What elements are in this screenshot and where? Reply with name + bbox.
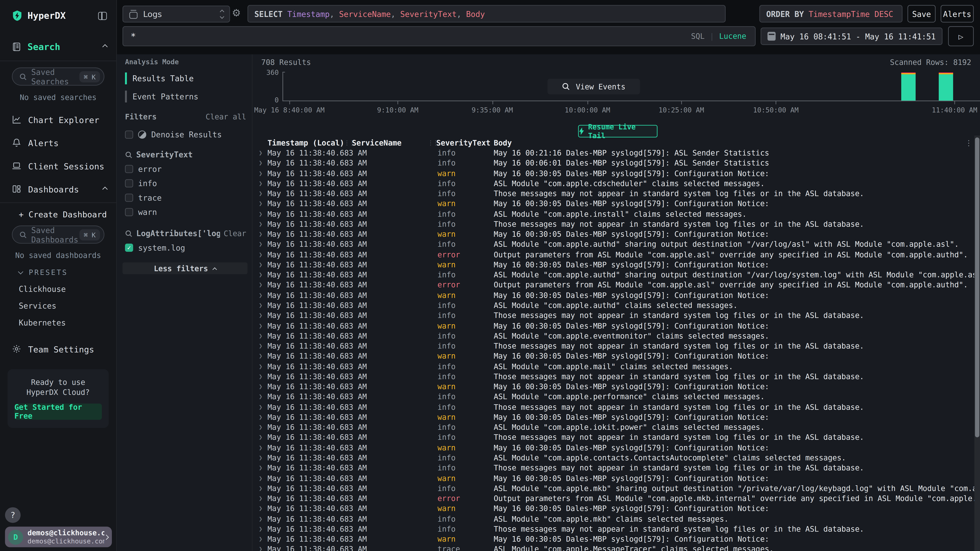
- log-table-row[interactable]: ❯ May 16 11:38:40.683 AM warn May 16 00:…: [253, 534, 975, 545]
- scrollbar[interactable]: [974, 135, 980, 551]
- log-table-row[interactable]: ❯ May 16 11:38:40.683 AM warn May 16 00:…: [253, 321, 975, 331]
- less-filters-button[interactable]: Less filters: [123, 262, 247, 274]
- row-expand-icon[interactable]: ❯: [259, 229, 262, 240]
- log-table-row[interactable]: ❯ May 16 11:38:40.683 AM info ASL Module…: [253, 422, 975, 433]
- sidebar-collapse-icon[interactable]: [98, 12, 107, 20]
- log-table-row[interactable]: ❯ May 16 11:38:40.683 AM info ASL Module…: [253, 300, 975, 311]
- log-table-row[interactable]: ❯ May 16 11:38:40.683 AM warn May 16 00:…: [253, 443, 975, 453]
- run-query-button[interactable]: ▷: [948, 26, 974, 46]
- saved-searches-input[interactable]: Saved Searches ⌘ K: [12, 68, 104, 86]
- col-body[interactable]: Body: [494, 139, 512, 148]
- log-table-row[interactable]: ❯ May 16 11:38:40.683 AM info ASL Module…: [253, 392, 975, 402]
- log-table-row[interactable]: ❯ May 16 11:38:40.683 AM info ASL Module…: [253, 514, 975, 524]
- log-table-row[interactable]: ❯ May 16 11:38:40.683 AM info ASL Module…: [253, 240, 975, 250]
- row-expand-icon[interactable]: ❯: [259, 361, 262, 372]
- log-table-row[interactable]: ❯ May 16 11:38:40.683 AM error Output pa…: [253, 249, 975, 260]
- row-expand-icon[interactable]: ❯: [259, 422, 262, 433]
- preset-dashboard-link[interactable]: Kubernetes: [19, 318, 116, 327]
- log-table-row[interactable]: ❯ May 16 11:38:40.683 AM info ASL Module…: [253, 361, 975, 372]
- log-table-row[interactable]: ❯ May 16 11:38:40.683 AM info Those mess…: [253, 463, 975, 473]
- log-table-row[interactable]: ❯ May 16 11:38:40.683 AM warn May 16 00:…: [253, 382, 975, 392]
- log-table-row[interactable]: ❯ May 16 11:38:40.683 AM info Those mess…: [253, 311, 975, 321]
- row-expand-icon[interactable]: ❯: [259, 240, 262, 250]
- log-table-row[interactable]: ❯ May 16 11:38:40.683 AM error Output pa…: [253, 494, 975, 503]
- log-table-row[interactable]: ❯ May 16 11:38:40.683 AM info Those mess…: [253, 524, 975, 534]
- sidebar-item-client-sessions[interactable]: Client Sessions: [0, 160, 116, 171]
- row-expand-icon[interactable]: ❯: [259, 503, 262, 514]
- row-expand-icon[interactable]: ❯: [259, 270, 262, 280]
- scrollbar-thumb[interactable]: [975, 137, 979, 437]
- log-table-row[interactable]: ❯ May 16 11:38:40.683 AM warn May 16 00:…: [253, 199, 975, 209]
- log-table-row[interactable]: ❯ May 16 11:38:40.683 AM info Those mess…: [253, 372, 975, 382]
- row-expand-icon[interactable]: ❯: [259, 463, 262, 473]
- sql-toggle[interactable]: SQL: [691, 32, 705, 41]
- log-table-row[interactable]: ❯ May 16 11:38:40.683 AM info ASL Module…: [253, 270, 975, 280]
- get-started-button[interactable]: Get Started for Free: [14, 404, 102, 420]
- histogram-bar[interactable]: [939, 72, 953, 100]
- row-expand-icon[interactable]: ❯: [259, 189, 262, 199]
- severity-option[interactable]: warn: [125, 207, 246, 217]
- row-expand-icon[interactable]: ❯: [259, 433, 262, 443]
- log-table-row[interactable]: ❯ May 16 11:38:40.683 AM warn May 16 00:…: [253, 503, 975, 514]
- row-expand-icon[interactable]: ❯: [259, 300, 262, 311]
- row-expand-icon[interactable]: ❯: [259, 219, 262, 229]
- row-expand-icon[interactable]: ❯: [259, 544, 262, 551]
- row-expand-icon[interactable]: ❯: [259, 249, 262, 260]
- row-expand-icon[interactable]: ❯: [259, 199, 262, 209]
- log-table-row[interactable]: ❯ May 16 11:38:40.683 AM warn May 16 00:…: [253, 291, 975, 301]
- row-expand-icon[interactable]: ❯: [259, 494, 262, 503]
- lucene-toggle[interactable]: Lucene: [719, 32, 746, 41]
- denoise-filter[interactable]: Denoise Results: [125, 130, 246, 140]
- date-range-picker[interactable]: May 16 08:41:51 - May 16 11:41:51: [760, 27, 942, 45]
- checked-checkbox[interactable]: ✓: [125, 244, 133, 252]
- row-expand-icon[interactable]: ❯: [259, 351, 262, 361]
- row-expand-icon[interactable]: ❯: [259, 473, 262, 483]
- row-expand-icon[interactable]: ❯: [259, 534, 262, 545]
- row-expand-icon[interactable]: ❯: [259, 280, 262, 291]
- user-menu[interactable]: D demos@clickhouse.com demos@clickhouse.…: [5, 527, 112, 547]
- resume-live-tail-button[interactable]: Resume Live Tail: [578, 125, 658, 137]
- create-dashboard-button[interactable]: + Create Dashboard: [19, 210, 116, 219]
- severity-option[interactable]: info: [125, 179, 246, 188]
- row-expand-icon[interactable]: ❯: [259, 392, 262, 402]
- log-table-row[interactable]: ❯ May 16 11:38:40.683 AM warn May 16 00:…: [253, 412, 975, 422]
- log-table-row[interactable]: ❯ May 16 11:38:40.683 AM trace ASL Modul…: [253, 544, 975, 551]
- column-resize-handle[interactable]: ⋮⋮: [428, 140, 438, 146]
- col-servicename[interactable]: ServiceName: [352, 139, 401, 148]
- preset-dashboard-link[interactable]: Services: [19, 301, 116, 310]
- presets-toggle[interactable]: PRESETS: [19, 268, 116, 277]
- saved-dashboards-input[interactable]: Saved Dashboards ⌘ K: [12, 225, 104, 244]
- clear-all-link[interactable]: Clear all: [205, 113, 246, 121]
- row-expand-icon[interactable]: ❯: [259, 514, 262, 524]
- severity-checkbox[interactable]: [125, 179, 133, 187]
- row-expand-icon[interactable]: ❯: [259, 148, 262, 158]
- sidebar-item-team-settings[interactable]: Team Settings: [0, 344, 116, 354]
- severity-checkbox[interactable]: [125, 208, 133, 216]
- source-select[interactable]: Logs: [123, 6, 230, 23]
- log-table-row[interactable]: ❯ May 16 11:38:40.683 AM warn May 16 00:…: [253, 229, 975, 240]
- row-expand-icon[interactable]: ❯: [259, 382, 262, 392]
- view-events-button[interactable]: View Events: [547, 79, 640, 94]
- help-button[interactable]: ?: [5, 507, 21, 523]
- row-expand-icon[interactable]: ❯: [259, 483, 262, 494]
- row-expand-icon[interactable]: ❯: [259, 179, 262, 189]
- log-table-row[interactable]: ❯ May 16 11:38:40.683 AM info Those mess…: [253, 402, 975, 412]
- log-table-row[interactable]: ❯ May 16 11:38:40.683 AM info ASL Module…: [253, 331, 975, 341]
- preset-dashboard-link[interactable]: Clickhouse: [19, 284, 116, 294]
- sidebar-item-chart-explorer[interactable]: Chart Explorer: [0, 114, 116, 125]
- log-table-row[interactable]: ❯ May 16 11:38:40.683 AM info ASL Module…: [253, 453, 975, 463]
- log-table-row[interactable]: ❯ May 16 11:38:40.683 AM info Those mess…: [253, 341, 975, 351]
- row-expand-icon[interactable]: ❯: [259, 311, 262, 321]
- row-expand-icon[interactable]: ❯: [259, 372, 262, 382]
- log-table-row[interactable]: ❯ May 16 11:38:40.683 AM error Output pa…: [253, 280, 975, 291]
- col-timestamp[interactable]: Timestamp (Local): [267, 139, 344, 148]
- log-table-row[interactable]: ❯ May 16 11:38:40.683 AM info ASL Module…: [253, 179, 975, 189]
- row-expand-icon[interactable]: ❯: [259, 412, 262, 422]
- log-table-row[interactable]: ❯ May 16 11:38:40.683 AM info Those mess…: [253, 219, 975, 229]
- log-table-row[interactable]: ❯ May 16 11:38:40.683 AM warn May 16 00:…: [253, 351, 975, 361]
- log-table-row[interactable]: ❯ May 16 11:38:40.683 AM info Those mess…: [253, 433, 975, 443]
- sidebar-item-dashboards[interactable]: Dashboards: [0, 184, 116, 194]
- row-expand-icon[interactable]: ❯: [259, 341, 262, 351]
- severity-checkbox[interactable]: [125, 194, 133, 202]
- mode-results-table[interactable]: Results Table: [125, 73, 246, 84]
